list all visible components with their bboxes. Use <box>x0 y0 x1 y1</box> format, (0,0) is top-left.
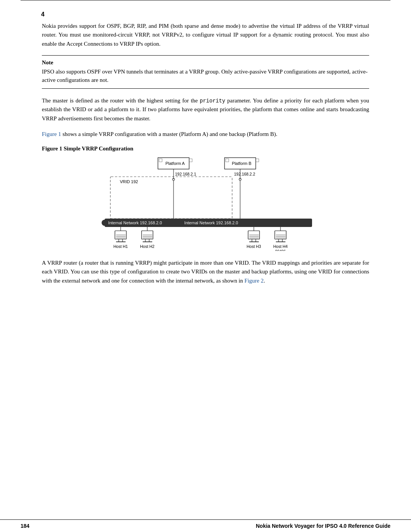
svg-point-3 <box>102 220 108 226</box>
vrrp-diagram: VRID 192 Internal Network 192.168.2.0 In… <box>99 156 320 251</box>
svg-text:Internal Network 192.168.2.0: Internal Network 192.168.2.0 <box>184 220 238 225</box>
footer-page-number: 184 <box>21 523 29 529</box>
paragraph-2: The master is defined as the router with… <box>42 96 369 123</box>
page-number-top: 4 <box>21 4 390 18</box>
svg-rect-9 <box>189 159 192 162</box>
svg-text:Host H3: Host H3 <box>247 244 261 249</box>
note-box: Note IPSO also supports OSPF over VPN tu… <box>42 55 369 89</box>
paragraph-1: Nokia provides support for OSPF, BGP, RI… <box>42 22 369 48</box>
paragraph-4: A VRRP router (a router that is running … <box>42 259 369 285</box>
svg-rect-7 <box>159 159 162 162</box>
svg-text:192.168.2.1: 192.168.2.1 <box>175 172 196 176</box>
svg-text:Host H2: Host H2 <box>140 244 155 249</box>
footer: 184 Nokia Network Voyager for IPSO 4.0 R… <box>0 519 411 532</box>
svg-text:Host H1: Host H1 <box>113 244 128 249</box>
svg-rect-11 <box>226 159 229 162</box>
para4-suffix: . <box>264 278 265 284</box>
figure-container: Figure 1 Simple VRRP Configuration VRID … <box>42 145 369 251</box>
figure1-link[interactable]: Figure 1 <box>42 131 61 137</box>
para2-monospace: priority <box>200 98 225 104</box>
svg-text:192.168.2.2: 192.168.2.2 <box>234 172 255 176</box>
diagram: VRID 192 Internal Network 192.168.2.0 In… <box>99 156 312 251</box>
para2-prefix: The master is defined as the router with… <box>42 97 200 104</box>
svg-text:Internal Network 192.168.2.0: Internal Network 192.168.2.0 <box>108 220 162 225</box>
note-text: IPSO also supports OSPF over VPN tunnels… <box>42 67 369 85</box>
svg-text:Platform B: Platform B <box>232 161 251 166</box>
note-title: Note <box>42 59 369 66</box>
svg-text:Host H4: Host H4 <box>273 244 288 249</box>
para4-prefix: A VRRP router (a router that is running … <box>42 260 369 284</box>
figure-title: Figure 1 Simple VRRP Configuration <box>42 145 369 152</box>
content-area: Nokia provides support for OSPF, BGP, RI… <box>0 18 411 323</box>
svg-rect-13 <box>256 159 259 162</box>
page: 4 Nokia provides support for OSPF, BGP, … <box>0 0 411 532</box>
para3-suffix: shows a simple VRRP configuration with a… <box>61 131 277 137</box>
footer-title: Nokia Network Voyager for IPSO 4.0 Refer… <box>256 523 390 529</box>
paragraph-3: Figure 1 shows a simple VRRP configurati… <box>42 130 369 139</box>
figure2-link[interactable]: Figure 2 <box>244 278 263 284</box>
top-rule: 4 <box>21 0 390 18</box>
svg-text:00496: 00496 <box>275 249 286 251</box>
svg-text:Platform A: Platform A <box>166 161 185 166</box>
svg-text:VRID 192: VRID 192 <box>120 179 138 184</box>
